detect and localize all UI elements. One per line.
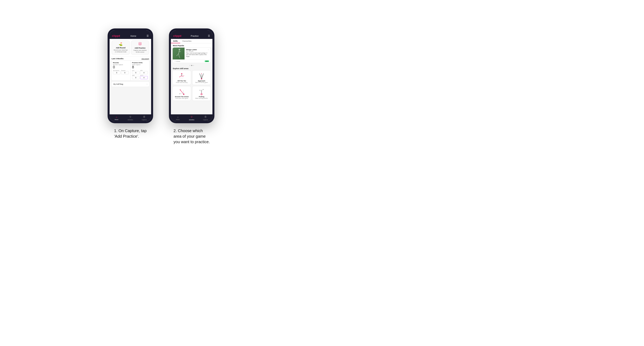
skill-card-ott[interactable]: Off The Tee Power and accuracy <box>172 70 191 85</box>
most-popular-title: Most Popular <box>171 43 212 47</box>
app-item: APP 4 <box>140 70 148 74</box>
capture-nav-icon-2 <box>204 116 207 119</box>
phone-2-section: clippd Practice ☰ Drills Favourites Most… <box>169 28 214 145</box>
nav-capture-1[interactable]: Capture <box>137 115 151 121</box>
featured-card-inner: Wedge Ladder ☆ 50–100 yds Play 1 shot at… <box>173 48 211 59</box>
add-round-card[interactable]: ⛳ Add Round Record your shots fast or en… <box>112 40 130 55</box>
practice-screen-content: Drills Favourites Most Popular <box>171 39 212 114</box>
golf-bag-chevron: › <box>147 83 147 85</box>
atg-name: Around The Green <box>175 96 189 98</box>
nav-home-2[interactable]: ⌂ Home <box>171 115 185 121</box>
svg-point-18 <box>201 94 202 95</box>
app-logo-1: clippd <box>112 34 120 37</box>
app-title-1: Home <box>130 35 136 37</box>
golfer-silhouette <box>173 48 184 59</box>
dot-2 <box>191 65 192 66</box>
caption-1: 1. On Capture, tap'Add Practice'. <box>114 128 147 139</box>
featured-title: Wedge Ladder <box>186 49 197 51</box>
approach-desc: Dial-in to hit the green <box>195 82 208 83</box>
rounds-col: Rounds Rounds Capture 0 Tournament 0 <box>111 61 130 80</box>
stats-container: Rounds Rounds Capture 0 Tournament 0 <box>111 60 150 81</box>
caption-2: 2. Choose whicharea of your gameyou want… <box>174 128 210 145</box>
svg-point-21 <box>192 117 192 117</box>
bottom-nav-2: ⌂ Home Activities <box>171 114 212 121</box>
putt-value: 4 <box>140 76 148 79</box>
svg-point-16 <box>183 93 184 94</box>
practice-screen: Drills Favourites Most Popular <box>171 39 212 114</box>
hamburger-icon-1[interactable]: ☰ <box>146 34 149 37</box>
phone-2-shell: clippd Practice ☰ Drills Favourites Most… <box>169 28 214 123</box>
activities-nav-icon <box>129 116 132 119</box>
svg-point-10 <box>199 73 200 74</box>
svg-point-19 <box>203 89 204 90</box>
ott-name: Off The Tee <box>178 80 186 82</box>
home-nav-icon: ⌂ <box>116 116 117 119</box>
pagination-dots <box>171 64 212 67</box>
shots-count: ○ 9 shots <box>174 61 180 62</box>
drills-col: Practice Drills Drills Capture 8 OTT 0 <box>130 61 150 80</box>
add-practice-desc: Capture your practice off-the-course <box>132 49 148 53</box>
add-round-desc: Record your shots fast or enhanced mode <box>113 49 128 53</box>
svg-point-14 <box>180 93 180 94</box>
atg-icon <box>178 88 186 96</box>
nav-activities-2[interactable]: Activities <box>185 115 198 121</box>
tabs-bar: Drills Favourites <box>171 39 212 43</box>
add-round-icon: ⛳ <box>119 42 123 46</box>
hamburger-icon-2[interactable]: ☰ <box>208 34 210 37</box>
approach-icon <box>198 72 206 80</box>
view-activity-link[interactable]: View Activity <box>142 58 149 59</box>
activities-nav-label-2: Activities <box>189 119 194 121</box>
atg-desc: Hone your short game <box>176 98 188 99</box>
app-badge: APP <box>205 60 209 62</box>
app-header-2: clippd Practice ☰ <box>171 33 212 39</box>
add-practice-icon <box>138 42 142 46</box>
tournament-item: Tournament 0 <box>113 70 120 74</box>
skill-grid: Off The Tee Power and accuracy <box>171 70 212 102</box>
activities-nav-icon-2 <box>190 116 193 119</box>
phone-1-section: clippd Home ☰ ⛳ Add Round Record your sh… <box>108 28 153 139</box>
approach-name: Approach <box>198 80 205 82</box>
drills-capture-value: 8 <box>132 65 148 69</box>
capture-nav-icon <box>143 116 145 119</box>
drills-title: Practice Drills <box>132 62 148 64</box>
featured-yardage: 50–100 yds <box>186 51 209 52</box>
caption-2-text: 2. Choose whicharea of your gameyou want… <box>174 129 210 144</box>
tab-favourites[interactable]: Favourites <box>180 39 194 43</box>
nav-home-1[interactable]: ⌂ Home <box>110 115 124 121</box>
skill-card-atg[interactable]: Around The Green Hone your short game <box>172 86 191 101</box>
phone-1-shell: clippd Home ☰ ⛳ Add Round Record your sh… <box>108 28 153 123</box>
dot-1 <box>190 65 190 66</box>
nav-activities-1[interactable]: Activities <box>124 115 137 121</box>
explore-title: Explore skill areas <box>171 67 212 70</box>
status-bar-2 <box>171 30 212 33</box>
arg-value: 0 <box>132 76 140 79</box>
capture-nav-label-2: Capture <box>203 119 208 121</box>
featured-image <box>173 48 184 59</box>
bottom-nav-1: ⌂ Home Activities <box>110 114 151 121</box>
practice-item: Practice 0 <box>121 70 128 74</box>
golf-bag-row[interactable]: My Golf Bag › <box>111 81 150 87</box>
putting-icon <box>198 88 206 96</box>
svg-point-4 <box>144 117 144 117</box>
featured-card[interactable]: Wedge Ladder ☆ 50–100 yds Play 1 shot at… <box>172 47 211 63</box>
activity-header: Last 3 Months View Activity <box>110 56 151 60</box>
add-practice-card[interactable]: Add Practice Capture your practice off-t… <box>131 40 149 55</box>
tab-drills[interactable]: Drills <box>171 39 180 43</box>
putt-item: PUTT 4 <box>140 75 148 79</box>
skill-card-putting[interactable]: Putting Make and lag practice <box>192 86 211 101</box>
last-months-label: Last 3 Months <box>112 58 124 60</box>
favourite-star-icon[interactable]: ☆ <box>208 49 209 51</box>
app-value: 4 <box>140 71 148 74</box>
drill-sub-grid: OTT 0 APP 4 ARG 0 <box>132 70 148 79</box>
caption-1-line1: 1. On Capture, tap'Add Practice'. <box>114 129 147 139</box>
clock-icon: ○ <box>174 61 175 62</box>
putting-desc: Make and lag practice <box>195 98 208 99</box>
skill-card-approach[interactable]: Approach Dial-in to hit the green <box>192 70 211 85</box>
svg-point-20 <box>200 90 200 91</box>
ott-icon <box>178 72 186 80</box>
nav-capture-2[interactable]: Capture <box>198 115 212 121</box>
svg-point-23 <box>205 117 206 117</box>
ott-item: OTT 0 <box>132 70 140 74</box>
add-round-title: Add Round <box>116 47 126 49</box>
svg-point-6 <box>181 73 182 74</box>
